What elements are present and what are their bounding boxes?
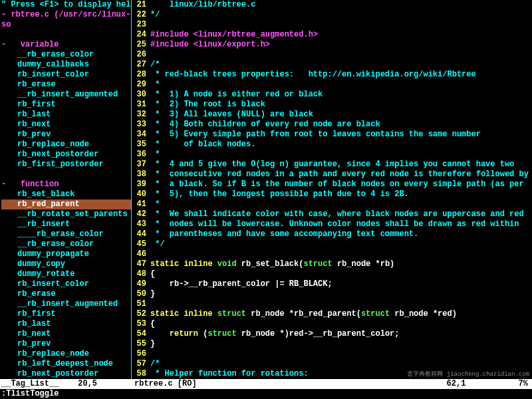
status-bar: __Tag_List__ 20,5 All rbtree.c [RO] 62,1… bbox=[0, 379, 532, 389]
code-line[interactable]: 51 bbox=[132, 299, 532, 309]
code-line[interactable]: 21 linux/lib/rbtree.c bbox=[132, 0, 532, 10]
line-number: 27 bbox=[132, 60, 150, 70]
tag-__rb_insert_augmented[interactable]: __rb_insert_augmented bbox=[1, 90, 131, 100]
code-line[interactable]: 39 * a black. So if B is the number of b… bbox=[132, 180, 532, 190]
tag-dummy_rotate[interactable]: dummy_rotate bbox=[1, 269, 131, 279]
tag-dummy_copy[interactable]: dummy_copy bbox=[1, 259, 131, 269]
status-right-pos: 62,1 bbox=[447, 379, 466, 388]
line-number: 26 bbox=[132, 50, 150, 60]
code-line[interactable]: 28 * red-black trees properties: http://… bbox=[132, 70, 532, 80]
tag-rb_first[interactable]: rb_first bbox=[1, 309, 131, 319]
tag-rb_next_postorder[interactable]: rb_next_postorder bbox=[1, 150, 131, 160]
code-line[interactable]: 52static inline struct rb_node *rb_red_p… bbox=[132, 309, 532, 319]
code-text: * red-black trees properties: http://en.… bbox=[150, 70, 476, 80]
tag-rb_first_postorder[interactable]: rb_first_postorder bbox=[1, 160, 131, 170]
tag-rb_erase[interactable]: rb_erase bbox=[1, 289, 131, 299]
code-window[interactable]: 21 linux/lib/rbtree.c22*/23 24#include <… bbox=[132, 0, 532, 379]
code-text: * bbox=[150, 150, 160, 160]
tag-rb_next[interactable]: rb_next bbox=[1, 120, 131, 130]
tag-rb_erase[interactable]: rb_erase bbox=[1, 80, 131, 90]
tag-____rb_erase_color[interactable]: ____rb_erase_color bbox=[1, 229, 131, 239]
tag-rb_insert_color[interactable]: rb_insert_color bbox=[1, 279, 131, 289]
code-line[interactable]: 35 * of black nodes. bbox=[132, 140, 532, 150]
code-line[interactable]: 48{ bbox=[132, 269, 532, 279]
tag-dummy_callbacks[interactable]: dummy_callbacks bbox=[1, 60, 131, 70]
taglist-sidebar[interactable]: " Press <F1> to display hel - rbtree.c (… bbox=[0, 0, 132, 379]
line-number: 37 bbox=[132, 160, 150, 170]
code-line[interactable]: 33 * 4) Both children of every red node … bbox=[132, 120, 532, 130]
code-text: * 3) All leaves (NULL) are black bbox=[150, 110, 313, 120]
code-line[interactable]: 36 * bbox=[132, 150, 532, 160]
tag-rb_replace_node[interactable]: rb_replace_node bbox=[1, 140, 131, 150]
code-line[interactable]: 24#include <linux/rbtree_augmented.h> bbox=[132, 30, 532, 40]
code-line[interactable]: 45 */ bbox=[132, 239, 532, 249]
taglist-section-variable[interactable]: - variable bbox=[1, 40, 131, 50]
tag-__rb_insert[interactable]: __rb_insert bbox=[1, 219, 131, 229]
tag-__rb_erase_color[interactable]: __rb_erase_color bbox=[1, 50, 131, 60]
line-number: 28 bbox=[132, 70, 150, 80]
tag-__rb_erase_color[interactable]: __rb_erase_color bbox=[1, 239, 131, 249]
command-line[interactable]: :TlistToggle bbox=[0, 389, 532, 399]
code-line[interactable]: 55} bbox=[132, 339, 532, 349]
line-number: 22 bbox=[132, 10, 150, 20]
code-line[interactable]: 47static inline void rb_set_black(struct… bbox=[132, 259, 532, 269]
code-line[interactable]: 29 * bbox=[132, 80, 532, 90]
tag-rb_prev[interactable]: rb_prev bbox=[1, 339, 131, 349]
code-line[interactable]: 46 bbox=[132, 249, 532, 259]
code-line[interactable]: 42 * We shall indicate color with case, … bbox=[132, 209, 532, 219]
line-number: 41 bbox=[132, 200, 150, 209]
code-line[interactable]: 31 * 2) The root is black bbox=[132, 100, 532, 110]
code-text: { bbox=[150, 319, 155, 329]
code-text bbox=[150, 50, 155, 60]
tag-rb_first[interactable]: rb_first bbox=[1, 100, 131, 110]
code-line[interactable]: 32 * 3) All leaves (NULL) are black bbox=[132, 110, 532, 120]
code-text: * a black. So if B is the number of blac… bbox=[150, 180, 524, 190]
code-line[interactable]: 37 * 4 and 5 give the O(log n) guarantee… bbox=[132, 160, 532, 170]
code-line[interactable]: 23 bbox=[132, 20, 532, 30]
code-text: * 2) The root is black bbox=[150, 100, 265, 110]
tag-rb_left_deepest_node[interactable]: rb_left_deepest_node bbox=[1, 359, 131, 369]
code-text: */ bbox=[150, 10, 160, 20]
code-line[interactable]: 38 * consecutive red nodes in a path and… bbox=[132, 170, 532, 180]
code-line[interactable]: 53{ bbox=[132, 319, 532, 329]
code-line[interactable]: 41 * bbox=[132, 200, 532, 209]
line-number: 32 bbox=[132, 110, 150, 120]
code-line[interactable]: 57/* bbox=[132, 359, 532, 369]
tag-rb_next_postorder[interactable]: rb_next_postorder bbox=[1, 369, 131, 379]
tag-rb_insert_color[interactable]: rb_insert_color bbox=[1, 70, 131, 80]
code-line[interactable]: 43 * nodes will be lowercase. Unknown co… bbox=[132, 219, 532, 229]
tag-rb_set_black[interactable]: rb_set_black bbox=[1, 190, 131, 200]
code-line[interactable]: 22*/ bbox=[132, 10, 532, 20]
tag-rb_last[interactable]: rb_last bbox=[1, 319, 131, 329]
line-number: 47 bbox=[132, 259, 150, 269]
tag-rb_replace_node[interactable]: rb_replace_node bbox=[1, 349, 131, 359]
tag-dummy_propagate[interactable]: dummy_propagate bbox=[1, 249, 131, 259]
line-number: 53 bbox=[132, 319, 150, 329]
line-number: 34 bbox=[132, 130, 150, 140]
code-line[interactable]: 49 rb->__rb_parent_color |= RB_BLACK; bbox=[132, 279, 532, 289]
code-line[interactable]: 54 return (struct rb_node *)red->__rb_pa… bbox=[132, 329, 532, 339]
code-line[interactable]: 25#include <linux/export.h> bbox=[132, 40, 532, 50]
tag-rb_red_parent[interactable]: rb_red_parent bbox=[1, 200, 131, 209]
tag-rb_next[interactable]: rb_next bbox=[1, 329, 131, 339]
line-number: 36 bbox=[132, 150, 150, 160]
tag-rb_last[interactable]: rb_last bbox=[1, 110, 131, 120]
code-line[interactable]: 34 * 5) Every simple path from root to l… bbox=[132, 130, 532, 140]
code-line[interactable]: 26 bbox=[132, 50, 532, 60]
tag-rb_prev[interactable]: rb_prev bbox=[1, 130, 131, 140]
tag-__rb_rotate_set_parents[interactable]: __rb_rotate_set_parents bbox=[1, 209, 131, 219]
code-text: * of black nodes. bbox=[150, 140, 255, 150]
code-text: /* bbox=[150, 359, 160, 369]
code-line[interactable]: 40 * 5), then the longest possible path … bbox=[132, 190, 532, 200]
code-line[interactable]: 44 * parentheses and have some accompany… bbox=[132, 229, 532, 239]
code-line[interactable]: 27/* bbox=[132, 60, 532, 70]
tag-__rb_insert_augmented[interactable]: __rb_insert_augmented bbox=[1, 299, 131, 309]
line-number: 38 bbox=[132, 170, 150, 180]
code-line[interactable]: 56 bbox=[132, 349, 532, 359]
code-line[interactable]: 30 * 1) A node is either red or black bbox=[132, 90, 532, 100]
code-text: } bbox=[150, 289, 155, 299]
taglist-section-function[interactable]: - function bbox=[1, 180, 131, 190]
code-line[interactable]: 50} bbox=[132, 289, 532, 299]
status-right-file: rbtree.c [RO] bbox=[134, 379, 197, 389]
line-number: 51 bbox=[132, 299, 150, 309]
